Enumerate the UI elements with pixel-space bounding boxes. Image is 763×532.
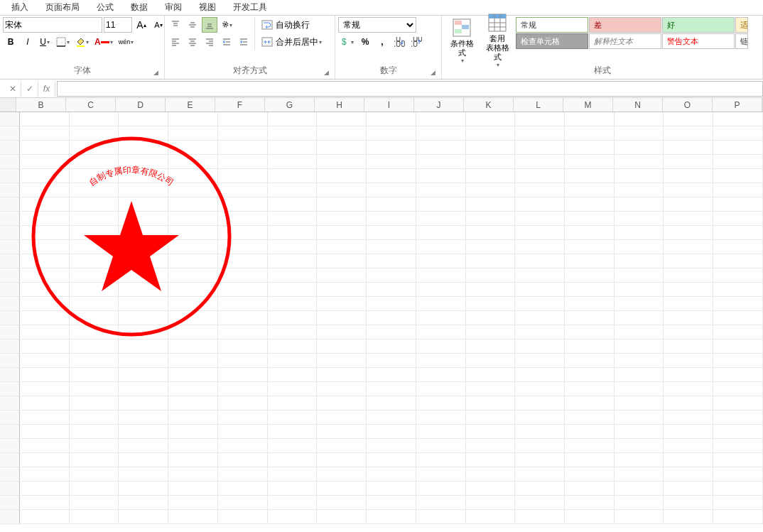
cell[interactable] bbox=[20, 183, 70, 197]
tab-layout[interactable]: 页面布局 bbox=[37, 0, 88, 16]
cell[interactable] bbox=[218, 354, 268, 367]
cell[interactable] bbox=[268, 425, 318, 438]
cell[interactable] bbox=[70, 396, 119, 410]
cell[interactable] bbox=[515, 212, 565, 225]
cell[interactable] bbox=[70, 425, 119, 438]
cell[interactable] bbox=[565, 141, 615, 154]
cell[interactable] bbox=[20, 240, 70, 254]
cell[interactable] bbox=[664, 197, 713, 211]
percent-button[interactable]: % bbox=[357, 34, 373, 50]
cell[interactable] bbox=[367, 396, 416, 410]
cell[interactable] bbox=[615, 425, 664, 438]
cell[interactable] bbox=[268, 482, 318, 495]
cell[interactable] bbox=[70, 112, 119, 126]
cell[interactable] bbox=[713, 510, 763, 523]
cell[interactable] bbox=[713, 226, 763, 239]
cell[interactable] bbox=[70, 254, 119, 268]
cell[interactable] bbox=[664, 496, 713, 509]
cell[interactable] bbox=[416, 382, 466, 396]
align-launcher[interactable]: ◢ bbox=[324, 69, 329, 76]
cell[interactable] bbox=[466, 382, 516, 396]
insert-function-button[interactable]: fx bbox=[38, 81, 55, 97]
cell[interactable] bbox=[664, 112, 713, 126]
cell[interactable] bbox=[565, 496, 615, 509]
cell[interactable] bbox=[367, 467, 416, 481]
cell[interactable] bbox=[20, 297, 70, 310]
tab-data[interactable]: 数据 bbox=[122, 0, 156, 16]
cell[interactable] bbox=[218, 411, 268, 424]
tab-view[interactable]: 视图 bbox=[190, 0, 224, 16]
cell[interactable] bbox=[367, 354, 416, 367]
cell[interactable] bbox=[218, 453, 268, 467]
cell[interactable] bbox=[268, 112, 318, 126]
cell[interactable] bbox=[20, 396, 70, 410]
column-header[interactable]: L bbox=[514, 98, 563, 112]
cell[interactable] bbox=[317, 325, 367, 339]
cell[interactable] bbox=[615, 141, 664, 154]
cell[interactable] bbox=[664, 354, 713, 367]
cell[interactable] bbox=[218, 368, 268, 381]
cell[interactable] bbox=[515, 112, 565, 126]
cell-styles-gallery[interactable]: 常规差好适检查单元格解释性文本警告文本链 bbox=[516, 17, 748, 49]
cell[interactable] bbox=[119, 283, 168, 296]
cell[interactable] bbox=[664, 510, 713, 523]
column-header[interactable]: E bbox=[166, 98, 215, 112]
cell[interactable] bbox=[367, 268, 416, 282]
font-color-button[interactable]: A▾ bbox=[92, 34, 115, 50]
cell[interactable] bbox=[119, 169, 168, 183]
cell[interactable] bbox=[168, 354, 218, 367]
cell[interactable] bbox=[515, 297, 565, 310]
cell[interactable] bbox=[20, 382, 70, 396]
cell[interactable] bbox=[70, 155, 119, 168]
cell[interactable] bbox=[168, 283, 218, 296]
cell[interactable] bbox=[615, 396, 664, 410]
cell[interactable] bbox=[70, 453, 119, 467]
cell[interactable] bbox=[416, 425, 466, 438]
cell[interactable] bbox=[119, 453, 168, 467]
cell[interactable] bbox=[565, 482, 615, 495]
row-header[interactable] bbox=[0, 226, 20, 239]
cell[interactable] bbox=[664, 439, 713, 452]
cell[interactable] bbox=[466, 453, 516, 467]
cell[interactable] bbox=[664, 453, 713, 467]
cell[interactable] bbox=[416, 453, 466, 467]
cell[interactable] bbox=[416, 155, 466, 168]
cell[interactable] bbox=[367, 297, 416, 310]
row-header[interactable] bbox=[0, 354, 20, 367]
cell[interactable] bbox=[268, 311, 318, 325]
cell[interactable] bbox=[466, 354, 516, 367]
cell[interactable] bbox=[416, 226, 466, 239]
cell[interactable] bbox=[218, 283, 268, 296]
cell[interactable] bbox=[713, 183, 763, 197]
cell[interactable] bbox=[218, 141, 268, 154]
cell[interactable] bbox=[317, 396, 367, 410]
row-header[interactable] bbox=[0, 411, 20, 424]
cell[interactable] bbox=[168, 226, 218, 239]
cell[interactable] bbox=[317, 482, 367, 495]
cell[interactable] bbox=[20, 112, 70, 126]
cell[interactable] bbox=[664, 425, 713, 438]
column-header[interactable]: D bbox=[116, 98, 166, 112]
cell[interactable] bbox=[367, 439, 416, 452]
cell[interactable] bbox=[218, 169, 268, 183]
row-header[interactable] bbox=[0, 212, 20, 225]
row-header[interactable] bbox=[0, 325, 20, 339]
cell[interactable] bbox=[119, 467, 168, 481]
cell[interactable] bbox=[119, 126, 168, 140]
cell[interactable] bbox=[20, 226, 70, 239]
cell[interactable] bbox=[565, 268, 615, 282]
cell[interactable] bbox=[317, 453, 367, 467]
cell[interactable] bbox=[268, 268, 318, 282]
cell[interactable] bbox=[268, 169, 318, 183]
cell[interactable] bbox=[466, 311, 516, 325]
decrease-indent-button[interactable] bbox=[219, 34, 234, 50]
cell[interactable] bbox=[713, 240, 763, 254]
cell[interactable] bbox=[615, 354, 664, 367]
align-middle-button[interactable] bbox=[185, 17, 200, 33]
cell[interactable] bbox=[515, 496, 565, 509]
cell[interactable] bbox=[416, 467, 466, 481]
cell[interactable] bbox=[515, 396, 565, 410]
cell[interactable] bbox=[70, 226, 119, 239]
cell[interactable] bbox=[615, 169, 664, 183]
cell[interactable] bbox=[367, 254, 416, 268]
